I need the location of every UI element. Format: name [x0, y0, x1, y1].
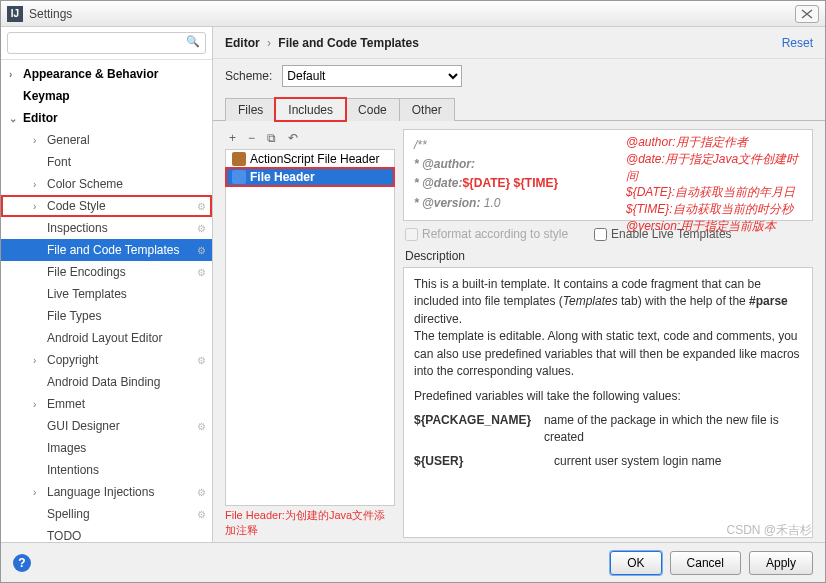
- tabs: FilesIncludesCodeOther: [213, 97, 825, 121]
- settings-tree[interactable]: ›Appearance & BehaviorKeymap⌄Editor›Gene…: [1, 60, 212, 542]
- sidebar-item-inspections[interactable]: Inspections⚙: [1, 217, 212, 239]
- sidebar-item-gui-designer[interactable]: GUI Designer⚙: [1, 415, 212, 437]
- sidebar-item-language-injections[interactable]: ›Language Injections⚙: [1, 481, 212, 503]
- editor-annotations: @author:用于指定作者@date:用于指定Java文件创建时间${DATE…: [626, 134, 806, 235]
- tab-files[interactable]: Files: [225, 98, 276, 121]
- add-icon[interactable]: +: [229, 131, 236, 145]
- window-title: Settings: [29, 7, 72, 21]
- sidebar-item-editor[interactable]: ⌄Editor: [1, 107, 212, 129]
- description-label: Description: [403, 249, 813, 263]
- scheme-label: Scheme:: [225, 69, 272, 83]
- watermark: CSDN @禾吉杉: [726, 522, 812, 539]
- cancel-button[interactable]: Cancel: [670, 551, 741, 575]
- sidebar-item-keymap[interactable]: Keymap: [1, 85, 212, 107]
- annotation-text: File Header:为创建的Java文件添加注释: [225, 506, 395, 538]
- remove-icon[interactable]: −: [248, 131, 255, 145]
- copy-icon[interactable]: ⧉: [267, 131, 276, 145]
- sidebar-item-emmet[interactable]: ›Emmet: [1, 393, 212, 415]
- tab-other[interactable]: Other: [399, 98, 455, 121]
- ok-button[interactable]: OK: [610, 551, 661, 575]
- description-box: This is a built-in template. It contains…: [403, 267, 813, 538]
- tab-code[interactable]: Code: [345, 98, 400, 121]
- app-icon: IJ: [7, 6, 23, 22]
- sidebar-item-code-style[interactable]: ›Code Style⚙: [1, 195, 212, 217]
- scheme-select[interactable]: Default: [282, 65, 462, 87]
- sidebar-item-spelling[interactable]: Spelling⚙: [1, 503, 212, 525]
- template-list[interactable]: ActionScript File HeaderFile Header: [225, 149, 395, 506]
- window-close-button[interactable]: [795, 5, 819, 23]
- sidebar-item-android-layout-editor[interactable]: Android Layout Editor: [1, 327, 212, 349]
- template-editor[interactable]: /** * @author: * @date:${DATE} ${TIME} *…: [403, 129, 813, 221]
- sidebar-item-copyright[interactable]: ›Copyright⚙: [1, 349, 212, 371]
- apply-button[interactable]: Apply: [749, 551, 813, 575]
- sidebar-item-appearance-behavior[interactable]: ›Appearance & Behavior: [1, 63, 212, 85]
- sidebar-item-file-encodings[interactable]: File Encodings⚙: [1, 261, 212, 283]
- tab-includes[interactable]: Includes: [275, 98, 346, 121]
- sidebar-item-file-and-code-templates[interactable]: File and Code Templates⚙: [1, 239, 212, 261]
- undo-icon[interactable]: ↶: [288, 131, 298, 145]
- sidebar-item-todo[interactable]: TODO: [1, 525, 212, 542]
- reformat-checkbox[interactable]: Reformat according to style: [405, 227, 568, 241]
- sidebar-item-font[interactable]: Font: [1, 151, 212, 173]
- template-item[interactable]: File Header: [226, 168, 394, 186]
- sidebar-item-live-templates[interactable]: Live Templates: [1, 283, 212, 305]
- sidebar-item-android-data-binding[interactable]: Android Data Binding: [1, 371, 212, 393]
- help-button[interactable]: ?: [13, 554, 31, 572]
- template-item[interactable]: ActionScript File Header: [226, 150, 394, 168]
- sidebar-item-file-types[interactable]: File Types: [1, 305, 212, 327]
- sidebar-item-color-scheme[interactable]: ›Color Scheme: [1, 173, 212, 195]
- search-input[interactable]: [7, 32, 206, 54]
- reset-link[interactable]: Reset: [782, 36, 813, 50]
- sidebar-item-intentions[interactable]: Intentions: [1, 459, 212, 481]
- sidebar-item-general[interactable]: ›General: [1, 129, 212, 151]
- sidebar-item-images[interactable]: Images: [1, 437, 212, 459]
- breadcrumb: Editor › File and Code Templates: [225, 36, 419, 50]
